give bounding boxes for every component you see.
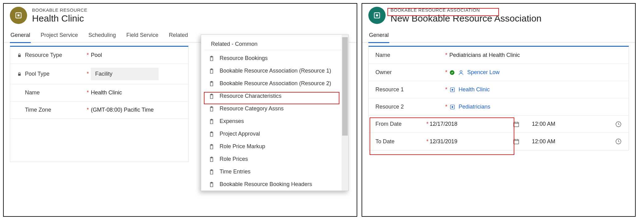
tab-field-service[interactable]: Field Service: [126, 30, 159, 42]
required-mark: *: [425, 138, 430, 145]
lock-icon: [17, 53, 22, 58]
dd-label: Resource Category Assns: [220, 105, 284, 112]
tab-general[interactable]: General: [368, 30, 389, 42]
form-filler: [10, 119, 188, 162]
svg-rect-1: [18, 14, 20, 17]
dd-resource-characteristics[interactable]: Resource Characteristics: [201, 90, 348, 102]
entity-label: BOOKABLE RESOURCE: [32, 7, 87, 13]
row-resource-1: Resource 1 * Health Clinic: [369, 81, 629, 98]
tab-project-service[interactable]: Project Service: [40, 30, 79, 42]
label-resource-1: Resource 1: [375, 86, 404, 93]
value-owner[interactable]: Spencer Low: [467, 69, 500, 76]
form-general: Resource Type * Pool Pool Type * Facilit…: [10, 46, 188, 162]
clipboard-icon: [209, 156, 215, 162]
label-resource-type: Resource Type: [25, 52, 62, 58]
row-pool-type: Pool Type * Facility: [10, 64, 188, 84]
value-from-date[interactable]: 12/17/2018: [430, 121, 457, 127]
dd-assoc-resource-2[interactable]: Bookable Resource Association (Resource …: [201, 77, 348, 90]
dd-label: Role Price Markup: [220, 143, 265, 150]
clipboard-icon: [209, 106, 215, 112]
tab-underline: [10, 42, 31, 43]
bookable-resource-association-panel: BOOKABLE RESOURCE ASSOCIATION New Bookab…: [362, 3, 636, 217]
label-time-zone: Time Zone: [25, 107, 51, 113]
lock-icon: [17, 72, 22, 77]
person-icon: [458, 69, 464, 76]
clipboard-icon: [209, 68, 215, 74]
dd-label: Bookable Resource Association (Resource …: [220, 68, 331, 74]
dd-label: Time Entries: [220, 168, 250, 175]
value-pool-type[interactable]: Facility: [91, 68, 159, 80]
verified-icon: [449, 70, 455, 75]
tab-underline: [368, 42, 389, 43]
calendar-icon[interactable]: [513, 138, 520, 145]
dd-label: Resource Bookings: [220, 55, 268, 61]
row-name: Name * Health Clinic: [10, 84, 188, 101]
tab-related[interactable]: Related: [168, 30, 188, 42]
dd-time-entries[interactable]: Time Entries: [201, 165, 348, 178]
svg-rect-7: [452, 89, 453, 90]
scrollbar-track[interactable]: [342, 35, 348, 191]
header: BOOKABLE RESOURCE Health Clinic: [4, 4, 357, 30]
dd-label: Role Prices: [220, 156, 248, 162]
tab-scheduling[interactable]: Scheduling: [88, 30, 116, 42]
required-mark: *: [443, 69, 449, 76]
dd-role-price-markup[interactable]: Role Price Markup: [201, 140, 348, 153]
svg-rect-9: [452, 106, 453, 108]
value-from-time[interactable]: 12:00 AM: [532, 121, 555, 127]
dd-label: Expenses: [220, 118, 244, 125]
label-owner: Owner: [375, 69, 392, 76]
dd-booking-headers[interactable]: Bookable Resource Booking Headers: [201, 178, 348, 191]
dd-project-approval[interactable]: Project Approval: [201, 128, 348, 140]
related-dropdown: Related - Common Resource Bookings Booka…: [201, 34, 349, 191]
value-resource-1[interactable]: Health Clinic: [459, 86, 490, 93]
dropdown-header: Related - Common: [204, 35, 345, 50]
clipboard-icon: [209, 181, 215, 188]
bookable-resource-panel: BOOKABLE RESOURCE Health Clinic General …: [3, 3, 357, 217]
dd-resource-bookings[interactable]: Resource Bookings: [201, 52, 348, 65]
label-from-date: From Date: [375, 121, 402, 127]
row-name: Name * Pediatricians at Health Clinic: [369, 47, 629, 64]
resource-lookup-icon: [449, 104, 456, 110]
svg-rect-10: [514, 122, 519, 127]
value-time-zone[interactable]: (GMT-08:00) Pacific Time: [91, 107, 154, 113]
clock-icon[interactable]: [615, 138, 622, 145]
clock-icon[interactable]: [615, 121, 622, 128]
dd-expenses[interactable]: Expenses: [201, 115, 348, 128]
dd-assoc-resource-1[interactable]: Bookable Resource Association (Resource …: [201, 65, 348, 77]
row-resource-type: Resource Type * Pool: [10, 47, 188, 64]
entity-title: New Bookable Resource Association: [391, 13, 541, 24]
calendar-icon[interactable]: [513, 121, 520, 128]
value-name[interactable]: Pediatricians at Health Clinic: [449, 52, 520, 58]
label-pool-type: Pool Type: [25, 71, 50, 77]
required-mark: *: [85, 52, 91, 58]
resource-icon: [10, 7, 27, 24]
tab-general[interactable]: General: [10, 30, 31, 42]
header: BOOKABLE RESOURCE ASSOCIATION New Bookab…: [362, 4, 635, 30]
required-mark: *: [425, 121, 430, 127]
row-time-zone: Time Zone * (GMT-08:00) Pacific Time: [10, 101, 188, 119]
required-mark: *: [85, 89, 91, 96]
dd-label: Bookable Resource Association (Resource …: [220, 80, 331, 87]
clipboard-icon: [209, 81, 215, 87]
clipboard-icon: [209, 55, 215, 61]
row-to-date: To Date * 12/31/2019 12:00 AM: [369, 133, 629, 150]
value-name[interactable]: Health Clinic: [91, 89, 122, 96]
clipboard-icon: [209, 131, 215, 137]
value-to-time[interactable]: 12:00 AM: [532, 138, 555, 145]
value-resource-2[interactable]: Pediatricians: [459, 104, 490, 110]
scrollbar-thumb[interactable]: [342, 37, 348, 136]
clipboard-icon: [209, 118, 215, 125]
entity-title: Health Clinic: [32, 13, 87, 24]
dd-label: Resource Characteristics: [220, 93, 281, 99]
row-from-date: From Date * 12/17/2018 12:00 AM: [369, 116, 629, 133]
tabs: General: [362, 30, 635, 42]
dd-resource-category-assns[interactable]: Resource Category Assns: [201, 102, 348, 115]
value-resource-type[interactable]: Pool: [91, 52, 102, 58]
dd-role-prices[interactable]: Role Prices: [201, 153, 348, 165]
clipboard-icon: [209, 93, 215, 99]
value-to-date[interactable]: 12/31/2019: [430, 138, 457, 145]
required-mark: *: [443, 86, 449, 93]
required-mark: *: [85, 71, 91, 77]
label-name: Name: [25, 89, 40, 96]
svg-rect-12: [514, 140, 519, 144]
